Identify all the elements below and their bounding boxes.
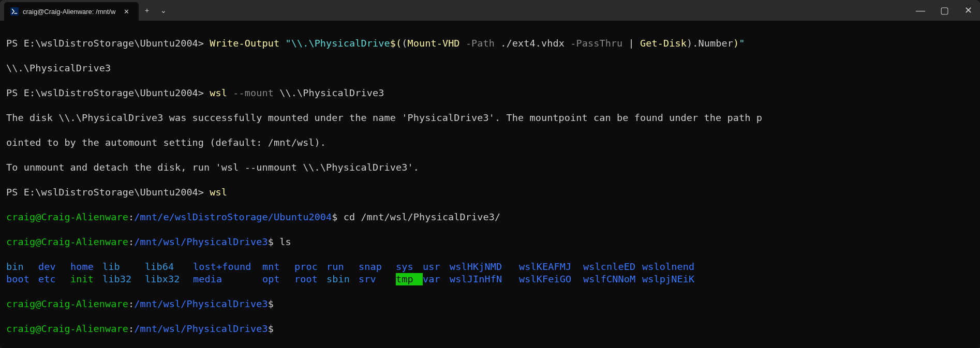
tab-title: craig@Craig-Alienware: /mnt/w <box>23 8 116 16</box>
ls-entry: tmp <box>396 273 423 285</box>
ls-entry: var <box>423 273 450 285</box>
parameter: -PassThru <box>570 38 622 49</box>
tab-close-button[interactable]: ✕ <box>120 2 132 21</box>
term-line: craig@Craig-Alienware:/mnt/wsl/PhysicalD… <box>6 236 974 248</box>
ls-entry: lost+found <box>193 261 262 273</box>
bash-user: craig@Craig-Alienware <box>6 323 128 334</box>
term-line: To unmount and detach the disk, run 'wsl… <box>6 161 974 174</box>
ls-entry: boot <box>6 273 38 285</box>
ls-entry: proc <box>294 261 326 273</box>
term-line: \\.\PhysicalDrive3 <box>6 62 974 74</box>
ls-entry: srv <box>359 273 396 285</box>
ls-row: bootetcinitlib32libx32mediaoptrootsbinsr… <box>6 273 974 285</box>
term-line: craig@Craig-Alienware:/mnt/e/wslDistroSt… <box>6 211 974 223</box>
bash-command: ls <box>274 236 291 247</box>
ls-entry: root <box>294 273 326 285</box>
parameter: -Path <box>466 38 495 49</box>
ls-entry: wslolnend <box>642 261 701 273</box>
term-line: The disk \\.\PhysicalDrive3 was successf… <box>6 112 974 124</box>
ls-entry: wslfCNNoM <box>583 273 642 285</box>
term-line: PS E:\wslDistroStorage\Ubuntu2004> wsl -… <box>6 87 974 99</box>
term-line: craig@Craig-Alienware:/mnt/wsl/PhysicalD… <box>6 298 974 310</box>
cmdlet: Write-Output <box>210 38 279 49</box>
close-button[interactable]: ✕ <box>956 0 980 21</box>
ls-entry: lib64 <box>145 261 193 273</box>
bash-path: /mnt/wsl/PhysicalDrive3 <box>134 236 268 247</box>
ls-entry: wslKFeiGO <box>519 273 583 285</box>
term-line: ointed to by the automount setting (defa… <box>6 137 974 149</box>
ls-entry: sys <box>396 261 423 273</box>
terminal-window: craig@Craig-Alienware: /mnt/w ✕ + ⌄ — ▢ … <box>0 0 980 348</box>
ls-entry: wslKEAFMJ <box>519 261 583 273</box>
ls-entry: lib32 <box>102 273 145 285</box>
ls-entry: lib <box>102 261 145 273</box>
maximize-button[interactable]: ▢ <box>932 0 956 21</box>
ls-entry: media <box>193 273 262 285</box>
ls-entry: wslpjNEiK <box>642 273 701 285</box>
powershell-icon <box>10 7 19 16</box>
term-line: craig@Craig-Alienware:/mnt/wsl/PhysicalD… <box>6 323 974 335</box>
ls-entry: dev <box>38 261 70 273</box>
ls-entry: bin <box>6 261 38 273</box>
ls-entry: wslJInHfN <box>450 273 519 285</box>
ls-output: bindevhomeliblib64lost+foundmntprocrunsn… <box>6 261 974 285</box>
ls-entry: etc <box>38 273 70 285</box>
ls-entry: home <box>70 261 102 273</box>
tab-active[interactable]: craig@Craig-Alienware: /mnt/w ✕ <box>4 2 139 21</box>
term-line: PS E:\wslDistroStorage\Ubuntu2004> wsl <box>6 186 974 199</box>
ls-entry: snap <box>359 261 396 273</box>
ls-entry: wslcnleED <box>583 261 642 273</box>
ls-entry: run <box>326 261 359 273</box>
ps-prompt: PS E:\wslDistroStorage\Ubuntu2004> <box>6 87 210 98</box>
string-literal: "\\.\PhysicalDrive <box>285 38 390 49</box>
ls-entry: libx32 <box>145 273 193 285</box>
ls-row: bindevhomeliblib64lost+foundmntprocrunsn… <box>6 261 974 273</box>
terminal-viewport[interactable]: PS E:\wslDistroStorage\Ubuntu2004> Write… <box>0 21 980 348</box>
ps-prompt: PS E:\wslDistroStorage\Ubuntu2004> <box>6 187 210 198</box>
ls-entry: wslHKjNMD <box>450 261 519 273</box>
ps-prompt: PS E:\wslDistroStorage\Ubuntu2004> <box>6 38 210 49</box>
tab-dropdown-button[interactable]: ⌄ <box>155 0 172 21</box>
bash-path: /mnt/wsl/PhysicalDrive3 <box>134 323 268 334</box>
window-controls: — ▢ ✕ <box>909 0 980 21</box>
minimize-button[interactable]: — <box>909 0 932 21</box>
bash-user: craig@Craig-Alienware <box>6 211 128 222</box>
titlebar-drag-region[interactable] <box>172 0 909 21</box>
bash-command: cd /mnt/wsl/PhysicalDrive3/ <box>338 211 501 222</box>
new-tab-button[interactable]: + <box>139 0 155 21</box>
cmdlet: Get-Disk <box>640 38 687 49</box>
term-line: PS E:\wslDistroStorage\Ubuntu2004> Write… <box>6 37 974 50</box>
bash-path: /mnt/e/wslDistroStorage/Ubuntu2004 <box>134 211 332 222</box>
bash-user: craig@Craig-Alienware <box>6 236 128 247</box>
ls-entry: opt <box>262 273 294 285</box>
ls-entry: usr <box>423 261 450 273</box>
ls-entry: sbin <box>326 273 359 285</box>
bash-path: /mnt/wsl/PhysicalDrive3 <box>134 298 268 309</box>
cmdlet: Mount-VHD <box>407 38 459 49</box>
ls-entry: init <box>70 273 102 285</box>
bash-user: craig@Craig-Alienware <box>6 298 128 309</box>
ls-entry: mnt <box>262 261 294 273</box>
titlebar[interactable]: craig@Craig-Alienware: /mnt/w ✕ + ⌄ — ▢ … <box>0 0 980 21</box>
